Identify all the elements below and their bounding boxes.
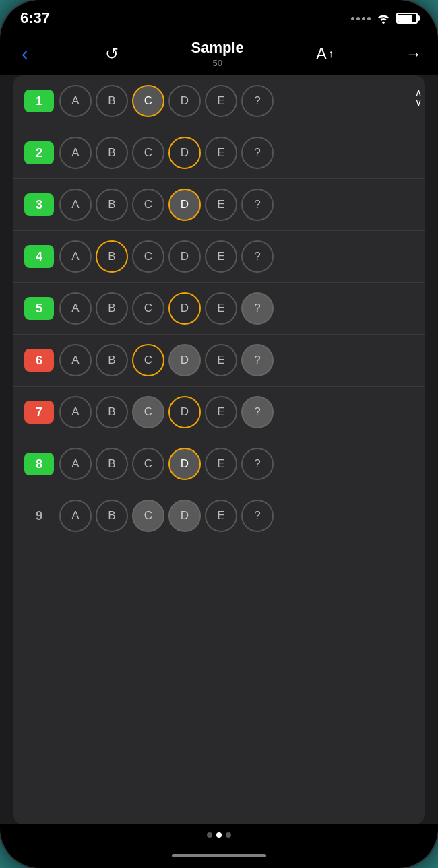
option-button-?[interactable]: ?: [241, 137, 274, 169]
question-row: 1ABCDE?: [13, 75, 425, 127]
status-icons: [351, 13, 418, 24]
option-button-d[interactable]: D: [168, 85, 201, 117]
option-button-c[interactable]: C: [132, 85, 164, 117]
nav-title: Sample: [191, 39, 244, 57]
options-group: ABCDE?: [59, 396, 414, 428]
option-button-a[interactable]: A: [59, 292, 92, 325]
option-button-b[interactable]: B: [96, 137, 128, 169]
option-button-b[interactable]: B: [96, 292, 128, 325]
option-button-e[interactable]: E: [205, 85, 237, 117]
question-number: 8: [24, 453, 54, 475]
page-dot: [216, 832, 222, 838]
question-number: 7: [24, 401, 54, 424]
option-button-?[interactable]: ?: [241, 500, 274, 532]
page-indicator: [207, 832, 231, 838]
question-row: 2ABCDE?: [13, 127, 425, 179]
option-button-?[interactable]: ?: [241, 396, 274, 428]
svg-point-0: [382, 21, 385, 24]
option-button-?[interactable]: ?: [241, 344, 274, 376]
question-number: 3: [24, 193, 54, 216]
option-button-c[interactable]: C: [132, 344, 164, 376]
nav-subtitle: 50: [212, 58, 222, 68]
options-group: ABCDE?: [59, 292, 414, 325]
question-row: 9ABCDE?: [13, 490, 425, 541]
option-button-c[interactable]: C: [132, 240, 164, 273]
option-button-?[interactable]: ?: [241, 292, 274, 325]
question-row: 4ABCDE?: [13, 231, 425, 283]
option-button-e[interactable]: E: [205, 448, 237, 480]
option-button-e[interactable]: E: [205, 137, 237, 169]
refresh-button[interactable]: ↺: [105, 44, 119, 63]
question-number: 4: [24, 245, 54, 268]
option-button-d[interactable]: D: [168, 344, 201, 376]
option-button-d[interactable]: D: [168, 189, 201, 221]
option-button-e[interactable]: E: [205, 500, 237, 532]
status-bar: 6:37: [0, 0, 438, 32]
page-dot: [207, 832, 212, 838]
option-button-?[interactable]: ?: [241, 448, 274, 480]
status-time: 6:37: [20, 9, 50, 27]
options-group: ABCDE?: [59, 189, 414, 221]
wifi-icon: [376, 13, 391, 24]
option-button-b[interactable]: B: [96, 85, 128, 117]
forward-button[interactable]: →: [406, 44, 422, 63]
option-button-e[interactable]: E: [205, 292, 237, 325]
option-button-c[interactable]: C: [132, 396, 164, 428]
home-indicator: [0, 851, 438, 868]
back-button[interactable]: ‹: [16, 40, 33, 67]
option-button-c[interactable]: C: [132, 500, 164, 532]
option-button-a[interactable]: A: [59, 396, 92, 428]
nav-bar: ‹ ↺ Sample 50 A↑ →: [0, 32, 438, 75]
option-button-e[interactable]: E: [205, 189, 237, 221]
option-button-d[interactable]: D: [168, 137, 201, 169]
option-button-a[interactable]: A: [59, 500, 92, 532]
option-button-?[interactable]: ?: [241, 85, 274, 117]
option-button-a[interactable]: A: [59, 137, 92, 169]
option-button-?[interactable]: ?: [241, 240, 274, 273]
options-group: ABCDE?: [59, 448, 414, 480]
option-button-a[interactable]: A: [59, 189, 92, 221]
question-row: 3ABCDE?: [13, 179, 425, 231]
question-row: 8ABCDE?: [13, 438, 425, 490]
option-button-e[interactable]: E: [205, 344, 237, 376]
option-button-c[interactable]: C: [132, 137, 164, 169]
question-number: 9: [24, 504, 54, 527]
question-number: 5: [24, 297, 54, 320]
options-group: ABCDE?: [59, 240, 414, 273]
option-button-b[interactable]: B: [96, 500, 128, 532]
option-button-d[interactable]: D: [168, 396, 201, 428]
option-button-b[interactable]: B: [96, 448, 128, 480]
options-group: ABCDE?: [59, 137, 414, 169]
option-button-d[interactable]: D: [168, 292, 201, 325]
font-size-button[interactable]: A↑: [316, 44, 334, 63]
option-button-b[interactable]: B: [96, 396, 128, 428]
question-number: 2: [24, 141, 54, 164]
option-button-c[interactable]: C: [132, 292, 164, 325]
font-arrow-label: ↑: [328, 48, 334, 60]
bottom-bar: [0, 824, 438, 851]
option-button-a[interactable]: A: [59, 448, 92, 480]
question-row: 5ABCDE?: [13, 283, 425, 335]
option-button-d[interactable]: D: [168, 500, 201, 532]
option-button-b[interactable]: B: [96, 189, 128, 221]
option-button-b[interactable]: B: [96, 344, 128, 376]
sort-up-icon: ∧: [415, 88, 422, 98]
option-button-a[interactable]: A: [59, 85, 92, 117]
nav-title-block: Sample 50: [191, 39, 244, 69]
option-button-?[interactable]: ?: [241, 189, 274, 221]
option-button-e[interactable]: E: [205, 396, 237, 428]
option-button-a[interactable]: A: [59, 344, 92, 376]
option-button-c[interactable]: C: [132, 448, 164, 480]
page-dot: [226, 832, 231, 838]
sort-down-icon: ∨: [415, 98, 422, 108]
option-button-d[interactable]: D: [168, 240, 201, 273]
option-button-b[interactable]: B: [96, 240, 128, 273]
option-button-e[interactable]: E: [205, 240, 237, 273]
questions-list[interactable]: 1ABCDE?2ABCDE?3ABCDE?4ABCDE?5ABCDE?6ABCD…: [13, 75, 425, 824]
option-button-d[interactable]: D: [168, 448, 201, 480]
question-row: 6ABCDE?: [13, 335, 425, 387]
question-number: 1: [24, 90, 54, 112]
sort-arrows-button[interactable]: ∧ ∨: [415, 88, 422, 108]
option-button-a[interactable]: A: [59, 240, 92, 273]
option-button-c[interactable]: C: [132, 189, 164, 221]
